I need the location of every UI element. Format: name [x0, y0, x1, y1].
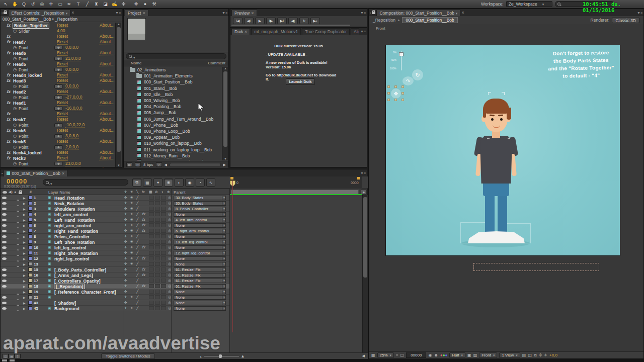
taskbar-icon[interactable] — [10, 359, 15, 361]
property-value[interactable]: 2,0,0,0 — [65, 145, 78, 150]
switch-cell[interactable] — [161, 295, 166, 299]
point-picker-button[interactable] — [54, 46, 63, 50]
quality-switch-icon[interactable] — [136, 218, 138, 222]
eye-icon[interactable] — [2, 219, 7, 221]
eye-icon[interactable] — [2, 268, 7, 271]
switch-cell[interactable] — [161, 279, 166, 283]
layer-name[interactable]: right_leg_control — [54, 256, 89, 261]
shy-switch-icon[interactable] — [130, 201, 133, 205]
effect-row[interactable]: fx Head7 Reset About... — [1, 39, 116, 45]
effect-row[interactable]: fx Neck7 Reset About... — [1, 117, 116, 122]
panel-menu-icon[interactable] — [115, 11, 121, 15]
about-link[interactable]: About... — [100, 78, 114, 83]
current-frame-display[interactable]: 00000 — [7, 177, 27, 185]
shy-switch-icon[interactable] — [130, 218, 133, 222]
shy-switch-icon[interactable] — [130, 229, 133, 233]
eye-icon[interactable] — [2, 257, 7, 260]
label-color-chip[interactable] — [28, 262, 32, 266]
snapshot-icon[interactable]: ◉ — [428, 353, 432, 357]
about-link[interactable]: About... — [100, 128, 114, 133]
timeline-layer-row[interactable]: 12 right_leg_control None — [1, 256, 368, 261]
shy-switch-icon[interactable] — [130, 251, 133, 255]
motion-blur-icon[interactable]: ⊕ — [167, 190, 170, 194]
timeline-layer-row[interactable]: 8 Pelvis_Controller None — [1, 234, 368, 239]
quality-switch-icon[interactable] — [136, 240, 138, 244]
switch-cell[interactable] — [161, 212, 166, 216]
twirl-icon[interactable] — [23, 274, 26, 277]
switch-cell[interactable] — [155, 290, 160, 294]
item-label[interactable]: 001_Animation_Elements — [144, 73, 193, 78]
switch-cell[interactable] — [161, 240, 166, 244]
parent-dropdown[interactable]: None — [174, 306, 226, 311]
close-icon[interactable] — [245, 29, 247, 34]
effect-row[interactable]: fx Reset About... — [1, 111, 116, 117]
twirl-icon[interactable] — [23, 268, 26, 272]
column-comment[interactable]: Comment — [208, 61, 225, 66]
switch-cell[interactable] — [161, 267, 166, 272]
item-label[interactable]: 008_Phone_Loop__Bob — [144, 129, 190, 134]
scroll-up-icon[interactable]: ▲ — [116, 23, 122, 26]
item-label[interactable]: 002_Idle__Bob — [144, 92, 173, 97]
effect-row[interactable]: fx Point 21,0,0,0 — [1, 56, 116, 61]
label-color-chip[interactable] — [28, 229, 32, 233]
property-value[interactable]: 3,0,8,0 — [65, 134, 78, 139]
item-label[interactable]: 005_Jump__Bob — [144, 110, 176, 115]
effect-name[interactable]: Head7 — [13, 40, 26, 45]
about-link[interactable]: About... — [100, 73, 114, 78]
stopwatch-icon[interactable] — [13, 145, 19, 149]
reset-link[interactable]: Reset — [57, 117, 68, 122]
scrollbar-thumb[interactable] — [363, 197, 367, 278]
parent-dropdown[interactable]: None — [174, 212, 226, 217]
effect-row[interactable]: fx Neck6 Reset About... — [1, 128, 116, 133]
project-item[interactable]: 006_Jump_And_Turn_Around__Bob — [124, 116, 223, 122]
eye-icon[interactable] — [2, 296, 7, 299]
effect-row[interactable]: fx Rotate_Together Reset About... — [1, 23, 116, 28]
tool-button[interactable]: ▭ — [56, 1, 64, 8]
quality-switch-icon[interactable] — [136, 262, 138, 266]
label-color-chip[interactable] — [28, 273, 32, 277]
point-picker-button[interactable] — [54, 84, 63, 88]
stopwatch-icon[interactable] — [13, 134, 19, 138]
parent-dropdown[interactable]: None — [174, 234, 226, 239]
shy-switch-icon[interactable] — [130, 223, 133, 227]
collapse-switch-icon[interactable] — [124, 201, 127, 205]
quality-switch-icon[interactable] — [136, 273, 138, 277]
tool-button[interactable]: ✜ — [119, 1, 128, 8]
switch-cell[interactable] — [161, 201, 166, 205]
parent-dropdown[interactable]: 61. Resize_Fix — [174, 273, 226, 278]
switch-cell[interactable] — [149, 218, 154, 222]
switch-cell[interactable] — [155, 256, 160, 260]
tab-project[interactable]: Project — [125, 10, 148, 16]
solo-icon[interactable]: ● — [14, 190, 16, 194]
scrollbar[interactable]: ▲ ▼ — [222, 67, 228, 160]
timeline-layer-row[interactable]: 17 [_Controllers_Opacity] 61. Resize_Fix — [1, 278, 368, 284]
switch-cell[interactable] — [149, 212, 154, 216]
rotate-controller-icon[interactable]: ↻ — [412, 69, 423, 80]
reset-link[interactable]: Reset — [57, 34, 68, 39]
scrollbar-thumb[interactable] — [117, 27, 121, 152]
parent-column[interactable]: Parent — [174, 190, 186, 195]
about-link[interactable]: About... — [100, 139, 114, 144]
tab-composition[interactable]: Composition: 000_Start_Position__Bob — [376, 10, 460, 16]
zoom-in-icon[interactable]: ▲ — [241, 354, 245, 358]
quality-switch-icon[interactable] — [136, 212, 138, 216]
project-item[interactable]: 005_Jump__Bob — [124, 110, 223, 116]
collapse-switch-icon[interactable] — [124, 301, 127, 305]
effect-row[interactable]: fx Neck4_locked Reset About... — [1, 150, 116, 155]
zoom-slider-handle[interactable] — [219, 354, 222, 358]
switch-cell[interactable] — [161, 273, 166, 277]
switch-cell[interactable] — [149, 306, 154, 310]
effect-row[interactable]: fx Point 0,0,0,0 — [1, 45, 116, 50]
switch-cell[interactable] — [155, 251, 160, 255]
reset-link[interactable]: Reset — [57, 62, 68, 67]
eye-icon[interactable] — [2, 280, 7, 282]
panel-menu-icon[interactable] — [360, 171, 366, 175]
composition-frame[interactable]: Don't forget to restore the Body Parts S… — [385, 45, 620, 256]
switch-cell[interactable] — [161, 229, 166, 233]
safe-margins-icon[interactable]: ⌗ — [396, 353, 398, 358]
parent-dropdown[interactable]: None — [174, 223, 226, 228]
shy-switch-icon[interactable] — [130, 245, 133, 249]
layer-name[interactable]: left_arm_control — [54, 212, 88, 217]
twirl-icon[interactable] — [23, 196, 26, 200]
switch-cell[interactable] — [155, 245, 160, 249]
